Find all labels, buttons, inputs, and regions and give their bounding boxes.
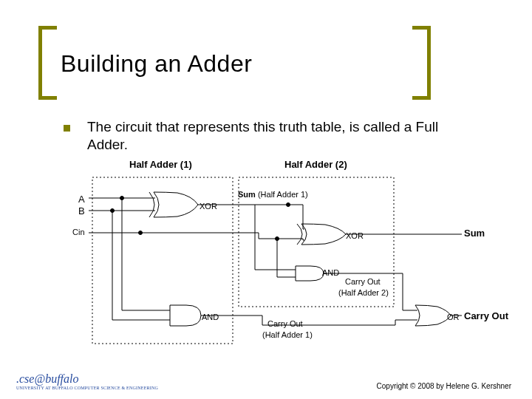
xor2-label: XOR <box>346 231 364 240</box>
sum-ha1-text: Sum <box>238 190 256 199</box>
bullet-icon <box>64 125 70 132</box>
logo-text: .cse@buffalo <box>16 372 78 385</box>
input-a-label: A <box>78 194 85 205</box>
half-adder-1-label: Half Adder (1) <box>129 159 192 170</box>
output-carryout-label: Carry Out <box>464 310 508 321</box>
logo-subtext: UNIVERSITY AT BUFFALO COMPUTER SCIENCE &… <box>16 386 158 390</box>
sum-ha1-label: Sum (Half Adder 1) <box>238 190 308 199</box>
or-label: OR <box>447 313 460 321</box>
title-bracket-left <box>38 26 57 100</box>
svg-point-3 <box>139 231 143 235</box>
and1-label: AND <box>202 313 219 321</box>
svg-point-7 <box>287 203 290 207</box>
xor1-label: XOR <box>200 202 217 211</box>
input-b-label: B <box>78 205 85 216</box>
and2-label: AND <box>322 268 339 277</box>
svg-point-14 <box>276 237 279 241</box>
copyright-text: Copyright © 2008 by Helene G. Kershner <box>377 382 511 390</box>
title-bracket-right <box>412 26 431 100</box>
cse-buffalo-logo: .cse@buffalo UNIVERSITY AT BUFFALO COMPU… <box>16 372 158 390</box>
bullet-text: The circuit that represents this truth t… <box>87 118 466 154</box>
half-adder-2-label: Half Adder (2) <box>284 159 347 170</box>
carry-ha1-paren: (Half Adder 1) <box>262 330 313 339</box>
carry-ha2-label: Carry Out <box>345 277 381 286</box>
full-adder-diagram: Half Adder (1) Half Adder (2) A B Cin XO… <box>66 159 502 351</box>
slide: Building an Adder The circuit that repre… <box>0 0 532 399</box>
carry-ha1-label: Carry Out <box>267 319 303 328</box>
output-sum-label: Sum <box>464 228 485 239</box>
carry-ha2-paren: (Half Adder 2) <box>338 288 389 297</box>
sum-ha1-paren: (Half Adder 1) <box>258 190 308 199</box>
input-cin-label: Cin <box>72 228 85 236</box>
slide-title: Building an Adder <box>61 50 252 78</box>
